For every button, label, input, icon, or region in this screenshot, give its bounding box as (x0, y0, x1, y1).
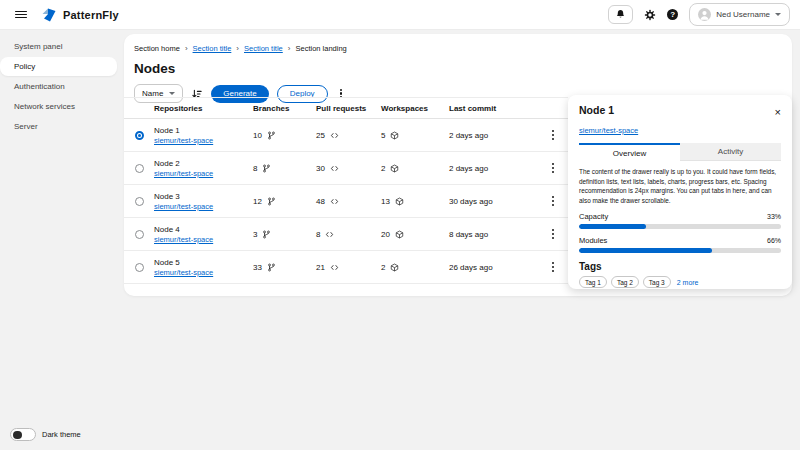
table-row[interactable]: Node 2 siemur/test-space 8 30 2 2 days a… (124, 152, 568, 185)
progress-label: Capacity (579, 212, 608, 221)
column-repositories: Repositories (154, 104, 253, 113)
tag-pill[interactable]: Tag 3 (643, 276, 671, 288)
row-kebab-button[interactable] (538, 194, 568, 208)
drawer-panel: Node 1 siemur/test-space Overview Activi… (568, 95, 792, 289)
tag-pill[interactable]: Tag 2 (611, 276, 639, 288)
patternfly-logo-icon (41, 7, 57, 23)
caret-down-icon (775, 13, 781, 16)
node-link[interactable]: siemur/test-space (154, 268, 253, 277)
code-icon (330, 131, 339, 140)
row-radio[interactable] (135, 131, 144, 140)
column-branches: Branches (253, 104, 316, 113)
drawer-title: Node 1 (579, 104, 614, 116)
breadcrumb-link[interactable]: Section title (244, 44, 283, 53)
cube-icon (390, 131, 399, 140)
workspaces-count: 5 (381, 131, 385, 140)
workspaces-count: 13 (381, 197, 390, 206)
node-name: Node 1 (154, 126, 253, 135)
row-kebab-button[interactable] (538, 260, 568, 274)
column-last-commit: Last commit (449, 104, 538, 113)
row-kebab-button[interactable] (538, 161, 568, 175)
table-row[interactable]: Node 4 siemur/test-space 3 8 20 8 days a… (124, 218, 568, 251)
node-link[interactable]: siemur/test-space (154, 169, 253, 178)
row-radio[interactable] (135, 197, 144, 206)
branches-count: 8 (253, 164, 257, 173)
row-kebab-button[interactable] (538, 128, 568, 142)
breadcrumb-separator-icon: › (236, 45, 239, 53)
sidebar-item-network-services[interactable]: Network services (0, 97, 117, 116)
sidebar-item-authentication[interactable]: Authentication (0, 77, 117, 96)
last-commit: 26 days ago (449, 263, 538, 272)
switch-knob (13, 431, 22, 440)
drawer-node-link[interactable]: siemur/test-space (579, 126, 638, 135)
sidebar-item-label: System panel (14, 42, 62, 51)
sidebar-item-server[interactable]: Server (0, 117, 117, 136)
avatar (698, 8, 711, 21)
masthead-utilities: ? Ned Username (608, 3, 790, 26)
code-branch-icon (262, 230, 271, 239)
node-link[interactable]: siemur/test-space (154, 235, 253, 244)
code-branch-icon (262, 164, 271, 173)
notifications-button[interactable] (608, 5, 633, 24)
sidebar-item-policy[interactable]: Policy (0, 57, 117, 76)
cube-icon (395, 197, 404, 206)
code-icon (330, 164, 339, 173)
workspaces-count: 2 (381, 164, 385, 173)
row-radio[interactable] (135, 164, 144, 173)
tag-pill[interactable]: Tag 1 (579, 276, 607, 288)
column-pull-requests: Pull requests (316, 104, 381, 113)
progress-bar (579, 248, 781, 253)
brand: PatternFly (41, 7, 119, 23)
sidebar-item-system-panel[interactable]: System panel (0, 37, 117, 56)
tab-activity[interactable]: Activity (680, 143, 781, 161)
column-workspaces: Workspaces (381, 104, 449, 113)
breadcrumb-item[interactable]: Section home (134, 44, 180, 53)
code-icon (325, 230, 334, 239)
node-link[interactable]: siemur/test-space (154, 136, 253, 145)
workspaces-count: 20 (381, 230, 390, 239)
help-button[interactable]: ? (667, 9, 678, 20)
code-icon (330, 197, 339, 206)
last-commit: 30 days ago (449, 197, 538, 206)
drawer-close-button[interactable] (775, 104, 781, 119)
table-row[interactable]: Node 1 siemur/test-space 10 25 5 2 days … (124, 119, 568, 152)
sidebar-item-label: Server (14, 122, 38, 131)
tags-more-link[interactable]: 2 more (677, 279, 699, 286)
branches-count: 3 (253, 230, 257, 239)
node-name: Node 5 (154, 258, 253, 267)
breadcrumb-link[interactable]: Section title (193, 44, 232, 53)
table-row[interactable]: Node 5 siemur/test-space 33 21 2 26 days… (124, 251, 568, 284)
hamburger-icon (15, 9, 27, 20)
close-icon (775, 104, 781, 119)
row-kebab-button[interactable] (538, 227, 568, 241)
breadcrumb-separator-icon: › (185, 45, 188, 53)
code-branch-icon (267, 263, 276, 272)
page-title: Nodes (134, 61, 792, 76)
nav-toggle-button[interactable] (10, 5, 32, 25)
last-commit: 8 days ago (449, 230, 538, 239)
pull-requests-count: 25 (316, 131, 325, 140)
table-row[interactable]: Node 3 siemur/test-space 12 48 13 30 day… (124, 185, 568, 218)
sidebar-nav: System panel Policy Authentication Netwo… (0, 30, 120, 450)
tags-list: Tag 1 Tag 2 Tag 3 2 more (579, 276, 781, 288)
progress-bar (579, 224, 781, 229)
code-branch-icon (267, 131, 276, 140)
tags-heading: Tags (579, 261, 781, 272)
last-commit: 2 days ago (449, 164, 538, 173)
modules-progress: Modules 66% (579, 236, 781, 253)
settings-button[interactable] (644, 9, 656, 21)
node-link[interactable]: siemur/test-space (154, 202, 253, 211)
code-icon (330, 263, 339, 272)
user-menu[interactable]: Ned Username (689, 3, 790, 26)
node-name: Node 2 (154, 159, 253, 168)
table-header-row: Repositories Branches Pull requests Work… (124, 98, 568, 119)
capacity-progress: Capacity 33% (579, 212, 781, 229)
row-radio[interactable] (135, 230, 144, 239)
breadcrumb-current: Section landing (295, 44, 346, 53)
code-branch-icon (267, 197, 276, 206)
dark-theme-switch[interactable] (10, 428, 36, 441)
tab-overview[interactable]: Overview (579, 143, 680, 161)
row-radio[interactable] (135, 263, 144, 272)
cube-icon (395, 230, 404, 239)
sidebar-item-label: Authentication (14, 82, 65, 91)
